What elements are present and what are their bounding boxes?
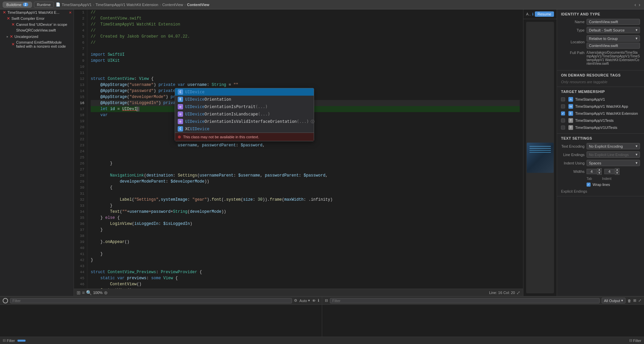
location-select[interactable]: Relative to Group ▾ xyxy=(587,35,640,42)
code-line-25 xyxy=(91,154,520,160)
nav-arrows: ‹ › xyxy=(634,2,641,7)
nav-item-showqr[interactable]: ShowQRCodeView.swift xyxy=(0,28,74,33)
target-checkbox-3[interactable]: ✓ xyxy=(561,111,565,115)
filter-input-left[interactable] xyxy=(10,298,292,303)
nav-item-uncategorized[interactable]: ▸ ✕ Uncategorized xyxy=(0,34,74,40)
ac-item-uideviceorientationislandscape[interactable]: ⊟ UIDeviceOrientationIsLandscape(...) xyxy=(175,110,314,118)
breadcrumb-part-4[interactable]: ContentView xyxy=(187,3,209,7)
indent-using-select[interactable]: Spaces ▾ xyxy=(587,160,640,166)
tab-width-increment[interactable]: ▲ xyxy=(597,168,602,171)
output-label: All Output xyxy=(604,299,620,303)
target-checkbox-4[interactable] xyxy=(561,118,565,122)
ln-11: 11 xyxy=(74,70,84,76)
target-checkbox-2[interactable] xyxy=(561,104,565,108)
ac-item-uideviceorientationisvalidinterface[interactable]: ⊟ UIDeviceOrientationIsValidInterfaceOri… xyxy=(175,118,314,125)
settings-btn-left[interactable]: ⚙ xyxy=(294,298,297,303)
ln-26: 26 xyxy=(74,160,84,166)
name-input[interactable] xyxy=(587,19,640,25)
zoom-out-icon[interactable]: 🔍 xyxy=(86,290,92,295)
debug-panel-right: ⊟ All Output ▾ 🗑 ⊞ ⤢ xyxy=(322,297,644,337)
nav-item-cannot-find[interactable]: ✕ Cannot find 'UIDevice' in scope xyxy=(0,21,74,28)
ac-item-xcuidevice[interactable]: C XCUIDevice xyxy=(175,125,314,133)
code-line-37: } xyxy=(91,227,520,233)
ac-item-uideviceorientationisportrait[interactable]: ⊟ UIDeviceOrientationIsPortrait(...) xyxy=(175,103,314,110)
code-line-44: struct ContentView_Previews: PreviewProv… xyxy=(91,269,520,275)
filter-icon-btn[interactable]: ⊟ xyxy=(325,298,328,303)
ln-3: 3 xyxy=(74,21,84,28)
filter-bottom-left: ⊟ Filter xyxy=(3,338,15,343)
maximize-btn[interactable]: ⤢ xyxy=(638,298,641,303)
ln-25: 25 xyxy=(74,154,84,160)
encoding-select[interactable]: No Explicit Encoding ▾ xyxy=(587,143,640,149)
runtime-button[interactable]: Runtime xyxy=(34,2,54,8)
breadcrumb-part-1[interactable]: TimeStampAppV1 xyxy=(62,3,92,7)
eye-btn[interactable]: 👁 xyxy=(312,299,316,303)
indent-width-increment[interactable]: ▲ xyxy=(615,168,619,171)
nav-item-swift-compiler[interactable]: ✕ Swift Compiler Error xyxy=(0,15,74,21)
ac-error-message: This class may not be available in this … xyxy=(183,135,259,139)
code-line-46: ContentView() xyxy=(91,281,520,287)
indent-width-input[interactable] xyxy=(604,169,614,174)
ln-21: 21 xyxy=(74,130,84,136)
line-col-text: Line: 16 Col: 20 xyxy=(489,291,515,295)
preview-resume-button[interactable]: Resume xyxy=(535,11,554,17)
breadcrumb-part-2[interactable]: TimeStampAppV1 WatchKit Extension xyxy=(95,3,158,7)
explicit-endings-note: Explicit Endings xyxy=(561,189,640,193)
output-selector[interactable]: All Output ▾ xyxy=(602,298,626,303)
preview-panel: Automatic preview u... ℹ Resume xyxy=(523,9,557,296)
showqr-label: ShowQRCodeView.swift xyxy=(16,28,56,32)
nav-prev-button[interactable]: ‹ xyxy=(634,2,637,7)
code-lines[interactable]: // // ContentView.swift // TimeStampAppV… xyxy=(87,9,523,289)
filter-input-right[interactable] xyxy=(330,298,600,303)
bottom-left-controls: ⊞ ≡ 🔍 100% ⊕ xyxy=(77,290,486,295)
ac-item-uideviceorientation[interactable]: E UIDeviceOrientation xyxy=(175,96,314,103)
list-icon[interactable]: ≡ xyxy=(82,290,85,295)
ln-37: 37 xyxy=(74,227,84,233)
target-checkbox-1[interactable] xyxy=(561,97,565,101)
nav-item-label: TimeStampAppV1 WatchKit E... xyxy=(7,10,59,14)
info-btn[interactable]: ℹ xyxy=(318,298,319,303)
target-checkbox-5[interactable] xyxy=(561,126,565,130)
zoom-in-icon[interactable]: ⊕ xyxy=(104,290,108,295)
preview-info-icon[interactable]: ℹ xyxy=(532,12,533,16)
breadcrumb-icon: 📄 xyxy=(56,2,60,7)
split-btn[interactable]: ⊞ xyxy=(633,298,636,303)
stop-button[interactable] xyxy=(3,298,8,303)
explicit-endings-text: Explicit Endings xyxy=(561,189,587,193)
indent-using-label: Indent Using xyxy=(561,161,585,165)
code-line-1: // xyxy=(91,9,520,15)
location-file-input[interactable] xyxy=(587,43,640,49)
preview-thumbnail xyxy=(526,22,554,293)
navigator-panel: ✕ TimeStampAppV1 WatchKit E... ✕ ✕ Swift… xyxy=(0,9,74,296)
code-line-35: } else { xyxy=(91,215,520,221)
grid-icon[interactable]: ⊞ xyxy=(77,290,81,295)
command-emit-icon: ✕ xyxy=(11,42,15,47)
trash-btn[interactable]: 🗑 xyxy=(628,299,631,303)
indent-width-decrement[interactable]: ▼ xyxy=(615,171,619,175)
line-endings-select[interactable]: No Explicit Line Endings ▾ xyxy=(587,151,640,158)
widths-wrapper: ▲ ▼ ▲ ▼ xyxy=(587,168,640,175)
schema-btn[interactable]: Auto ▾ xyxy=(299,298,310,303)
command-emit-label: Command EmitSwiftModule failed with a no… xyxy=(16,40,67,48)
tab-label: Tab xyxy=(587,177,592,181)
wrap-lines-checkbox[interactable]: ✓ xyxy=(587,183,591,187)
nav-next-button[interactable]: › xyxy=(638,2,641,7)
expand-icon[interactable]: ⤢ xyxy=(516,290,520,295)
tab-width-decrement[interactable]: ▼ xyxy=(597,171,602,175)
ln-23: 23 xyxy=(74,142,84,148)
zoom-level[interactable]: 100% xyxy=(93,291,102,295)
target-icon-1: A xyxy=(568,97,573,102)
buildtime-button[interactable]: Buildtime 2 xyxy=(3,2,32,8)
type-select[interactable]: Default - Swift Source ▾ xyxy=(587,27,640,33)
editor-scroll[interactable]: 1 2 3 4 5 6 7 8 9 10 11 12 13 14 15 16 1 xyxy=(74,9,523,289)
nav-item-timestampapp[interactable]: ✕ TimeStampAppV1 WatchKit E... ✕ xyxy=(0,9,74,15)
nav-item-command-emit[interactable]: ✕ Command EmitSwiftModule failed with a … xyxy=(0,40,74,49)
tab-width-input[interactable] xyxy=(587,169,597,174)
ac-item-uidevice[interactable]: C UIDevice xyxy=(175,88,314,96)
auto-label: Auto xyxy=(299,299,307,303)
breadcrumb-part-3[interactable]: ContentView xyxy=(162,3,183,7)
line-endings-label: Line Endings xyxy=(561,153,585,157)
code-line-4: // xyxy=(91,28,520,34)
code-line-8: import SwiftUI xyxy=(91,52,520,58)
ln-19: 19 xyxy=(74,118,84,124)
